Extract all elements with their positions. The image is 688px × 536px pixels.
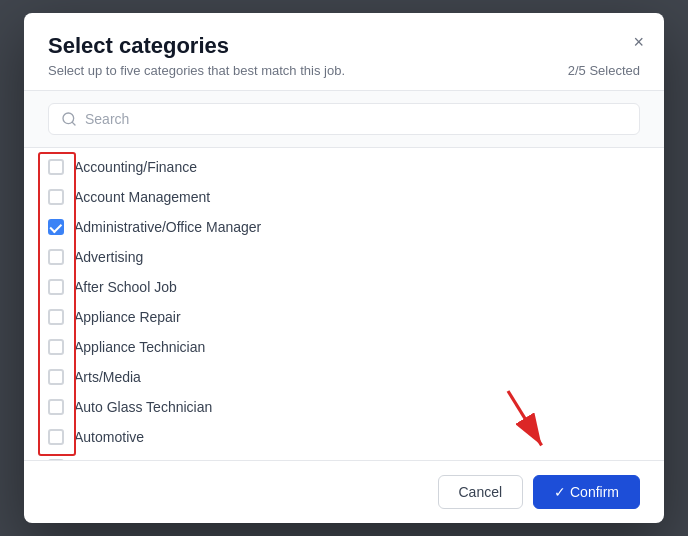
selected-count-badge: 2/5 Selected — [568, 63, 640, 78]
list-item[interactable]: Accounting/Finance — [24, 152, 664, 182]
category-label: Appliance Repair — [74, 309, 181, 325]
select-categories-modal: Select categories Select up to five cate… — [24, 13, 664, 523]
list-item[interactable]: Appliance Technician — [24, 332, 664, 362]
category-label: Accounting/Finance — [74, 159, 197, 175]
modal-subtitle-row: Select up to five categories that best m… — [48, 63, 640, 78]
list-item[interactable]: After School Job — [24, 272, 664, 302]
close-button[interactable]: × — [629, 29, 648, 55]
category-label: Advertising — [74, 249, 143, 265]
list-item[interactable]: Automotive — [24, 422, 664, 452]
list-item[interactable]: Account Management — [24, 182, 664, 212]
category-label: Arts/Media — [74, 369, 141, 385]
modal-title: Select categories — [48, 33, 640, 59]
list-item[interactable]: Auto Glass Technician — [24, 392, 664, 422]
category-label: After School Job — [74, 279, 177, 295]
search-container — [24, 91, 664, 148]
checkbox[interactable] — [48, 399, 64, 415]
list-item[interactable]: Advertising — [24, 242, 664, 272]
checkbox[interactable] — [48, 369, 64, 385]
categories-list: Accounting/FinanceAccount ManagementAdmi… — [24, 148, 664, 460]
checkbox[interactable] — [48, 429, 64, 445]
search-icon — [61, 111, 77, 127]
list-item[interactable]: Aviation/Airports/Airlines — [24, 452, 664, 460]
checkbox[interactable] — [48, 159, 64, 175]
category-label: Appliance Technician — [74, 339, 205, 355]
checkbox[interactable] — [48, 219, 64, 235]
modal-header: Select categories Select up to five cate… — [24, 13, 664, 91]
checkbox[interactable] — [48, 189, 64, 205]
checkbox[interactable] — [48, 339, 64, 355]
confirm-button[interactable]: ✓ Confirm — [533, 475, 640, 509]
modal-subtitle: Select up to five categories that best m… — [48, 63, 345, 78]
list-item[interactable]: Administrative/Office Manager — [24, 212, 664, 242]
svg-line-1 — [72, 122, 75, 125]
search-box — [48, 103, 640, 135]
checkbox[interactable] — [48, 249, 64, 265]
list-item[interactable]: Appliance Repair — [24, 302, 664, 332]
checkbox[interactable] — [48, 309, 64, 325]
cancel-button[interactable]: Cancel — [438, 475, 524, 509]
modal-footer: Cancel ✓ Confirm — [24, 460, 664, 523]
checkbox[interactable] — [48, 279, 64, 295]
category-label: Automotive — [74, 429, 144, 445]
search-input[interactable] — [85, 111, 627, 127]
category-label: Auto Glass Technician — [74, 399, 212, 415]
list-item[interactable]: Arts/Media — [24, 362, 664, 392]
category-label: Account Management — [74, 189, 210, 205]
category-label: Administrative/Office Manager — [74, 219, 261, 235]
